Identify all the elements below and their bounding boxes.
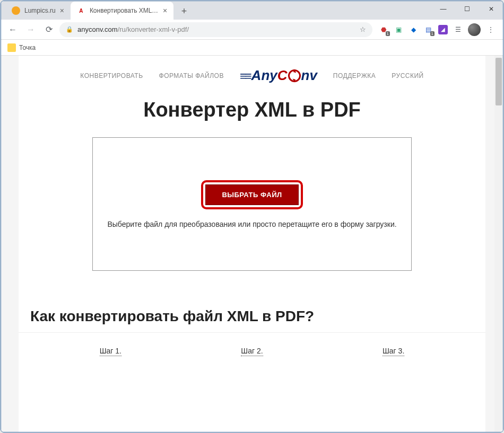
favicon-icon: A <box>77 6 85 15</box>
profile-avatar[interactable] <box>468 23 481 36</box>
scrollbar-track[interactable] <box>494 56 503 432</box>
howto-heading: Как конвертировать файл XML в PDF? <box>19 297 485 333</box>
url-host: anyconv.com <box>77 25 118 33</box>
forward-button[interactable]: → <box>23 22 38 37</box>
star-icon[interactable]: ☆ <box>360 25 366 33</box>
close-icon[interactable]: × <box>60 6 64 15</box>
minimize-button[interactable]: — <box>431 1 455 17</box>
file-drop-zone[interactable]: ВЫБРАТЬ ФАЙЛ Выберите файл для преобразо… <box>92 137 412 271</box>
reading-list-icon[interactable]: ☰ <box>453 25 463 34</box>
site-header: КОНВЕРТИРОВАТЬ ФОРМАТЫ ФАЙЛОВ ≡≡ Any C n… <box>19 56 485 93</box>
drop-hint-text: Выберите файл для преобразования или про… <box>107 220 396 228</box>
back-button[interactable]: ← <box>5 22 20 37</box>
extension-icon[interactable]: ▣ <box>394 25 403 34</box>
choose-file-button[interactable]: ВЫБРАТЬ ФАЙЛ <box>205 184 298 205</box>
new-tab-button[interactable]: + <box>177 4 192 19</box>
extension-icon[interactable]: ▤1 <box>423 25 433 34</box>
lock-icon: 🔒 <box>66 26 73 33</box>
extension-icon[interactable]: ◢ <box>438 25 448 34</box>
close-icon[interactable]: × <box>163 6 167 15</box>
url-path: /ru/konverter-xml-v-pdf/ <box>118 25 189 33</box>
highlight-annotation: ВЫБРАТЬ ФАЙЛ <box>201 180 302 209</box>
nav-support[interactable]: ПОДДЕРЖКА <box>333 72 376 79</box>
steps-row: Шаг 1. Шаг 2. Шаг 3. <box>19 333 485 356</box>
page-title: Конвертер XML в PDF <box>19 99 485 121</box>
bookmarks-bar: Точка <box>1 40 503 56</box>
page-viewport: КОНВЕРТИРОВАТЬ ФОРМАТЫ ФАЙЛОВ ≡≡ Any C n… <box>1 56 503 432</box>
site-logo[interactable]: ≡≡ Any C nv <box>240 67 317 84</box>
sync-icon <box>288 69 301 82</box>
nav-language[interactable]: РУССКИЙ <box>392 72 423 79</box>
extension-icon[interactable]: ◆ <box>409 25 418 34</box>
menu-icon[interactable]: ⋮ <box>486 25 496 34</box>
scrollbar-thumb[interactable] <box>496 58 502 105</box>
step-3-link[interactable]: Шаг 3. <box>383 347 404 356</box>
logo-stripes-icon: ≡≡ <box>240 69 250 83</box>
nav-formats[interactable]: ФОРМАТЫ ФАЙЛОВ <box>159 72 224 79</box>
nav-convert[interactable]: КОНВЕРТИРОВАТЬ <box>80 72 143 79</box>
extension-icon[interactable]: ⬣1 <box>379 25 388 34</box>
close-window-button[interactable]: ✕ <box>479 1 503 17</box>
step-2-link[interactable]: Шаг 2. <box>241 347 263 356</box>
bookmark-item[interactable]: Точка <box>19 44 36 51</box>
browser-toolbar: ← → ⟳ 🔒 anyconv.com/ru/konverter-xml-v-p… <box>1 20 503 40</box>
favicon-icon <box>12 6 20 15</box>
tab-title: Lumpics.ru <box>24 7 56 14</box>
extension-icons: ⬣1 ▣ ◆ ▤1 ◢ ☰ ⋮ <box>376 23 499 36</box>
bookmark-folder-icon <box>7 43 16 52</box>
step-1-link[interactable]: Шаг 1. <box>100 347 121 356</box>
address-bar[interactable]: 🔒 anyconv.com/ru/konverter-xml-v-pdf/ ☆ <box>59 22 372 37</box>
reload-button[interactable]: ⟳ <box>41 22 56 37</box>
maximize-button[interactable]: ☐ <box>455 1 479 17</box>
browser-tab-strip: Lumpics.ru × A Конвертировать XML в PDF … <box>1 1 503 20</box>
tab-title: Конвертировать XML в PDF онл <box>90 7 159 14</box>
browser-tab-anyconv[interactable]: A Конвертировать XML в PDF онл × <box>71 2 173 20</box>
browser-tab-lumpics[interactable]: Lumpics.ru × <box>5 2 71 20</box>
